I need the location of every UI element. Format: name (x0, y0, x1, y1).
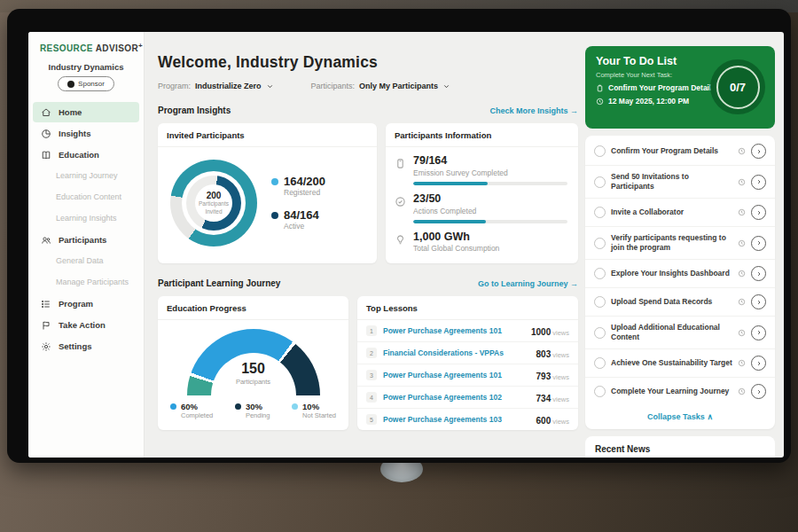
lesson-row: 2 Financial Considerations - VPPAs 803vi… (357, 342, 578, 364)
people-icon (41, 235, 51, 246)
legend-item-pending: 30% Pending (235, 402, 270, 419)
desk-background: RESOURCE ADVISOR+ Industry Dynamics Spon… (0, 0, 798, 532)
task-go-button[interactable] (751, 175, 766, 190)
home-icon (41, 107, 51, 118)
insights-cards-row: Invited Participants 200 Participants In… (158, 123, 578, 263)
task-go-button[interactable] (751, 144, 766, 159)
sidebar-item-general-data[interactable]: General Data (33, 251, 139, 271)
task-checkbox[interactable] (594, 357, 606, 369)
lesson-link[interactable]: Power Purchase Agreements 103 (383, 415, 530, 424)
legend-dot (292, 403, 298, 410)
lesson-rank: 2 (366, 348, 377, 358)
task-checkbox[interactable] (594, 207, 606, 218)
task-checkbox[interactable] (594, 386, 606, 397)
stat-label: Emission Survey Completed (413, 168, 567, 177)
clock-icon (738, 178, 746, 186)
views-suffix: views (552, 418, 569, 426)
legend-label: Registered (284, 188, 325, 197)
task-checkbox[interactable] (594, 238, 606, 249)
arrow-right-icon: → (570, 106, 578, 115)
go-to-learning-journey-link[interactable]: Go to Learning Journey → (478, 279, 578, 288)
sidebar-nav: Home Insights Education Learn (28, 102, 144, 356)
task-checkbox[interactable] (594, 145, 606, 157)
lesson-rank: 4 (366, 392, 377, 403)
progress-fill (413, 220, 486, 223)
sponsor-icon (67, 81, 74, 88)
sidebar-item-education[interactable]: Education (33, 145, 139, 165)
task-label: Upload Spend Data Records (611, 297, 732, 307)
task-go-button[interactable] (751, 384, 766, 399)
task-go-button[interactable] (751, 205, 766, 220)
legend-value: 30% (246, 402, 270, 411)
lesson-views: 1000 (531, 327, 551, 337)
sidebar-item-insights[interactable]: Insights (33, 123, 139, 144)
sidebar-item-home[interactable]: Home (33, 102, 139, 122)
task-go-button[interactable] (751, 325, 766, 340)
todo-progress-ring: 0/7 (710, 59, 765, 114)
task-go-button[interactable] (751, 356, 766, 371)
stat-value: 23/50 (413, 193, 567, 206)
sidebar-item-label: Settings (59, 341, 91, 351)
sidebar-item-learning-insights[interactable]: Learning Insights (33, 208, 139, 229)
task-label: Upload Additional Educational Content (611, 323, 732, 342)
survey-icon (395, 157, 406, 185)
task-checkbox[interactable] (594, 327, 606, 339)
card-title: Participants Information (386, 123, 578, 147)
todo-task-row: Send 50 Invitations to Participants (585, 166, 775, 199)
participants-filter[interactable]: Participants: Only My Participants (311, 82, 451, 90)
lightbulb-icon (395, 233, 406, 254)
stat-row-survey: 79/164 Emission Survey Completed (395, 155, 567, 185)
sidebar-item-participants[interactable]: Participants (33, 230, 139, 250)
lesson-link[interactable]: Power Purchase Agreements 101 (383, 326, 525, 335)
recent-news-title: Recent News (595, 444, 765, 454)
gauge-center: 150 Participants (187, 361, 320, 386)
task-checkbox[interactable] (594, 176, 606, 188)
clock-icon (738, 239, 746, 247)
legend-value: 60% (181, 402, 213, 411)
task-go-button[interactable] (751, 266, 766, 281)
task-checkbox[interactable] (594, 296, 606, 308)
collapse-tasks-link[interactable]: Collapse Tasks ∧ (585, 405, 775, 427)
gauge-center-label: Participants (187, 378, 320, 386)
chevron-right-icon (755, 148, 763, 155)
sidebar-item-settings[interactable]: Settings (33, 336, 139, 356)
todo-task-row: Invite a Collaborator (585, 199, 775, 227)
legend-item-active: 84/164 Active (271, 209, 325, 231)
task-go-button[interactable] (751, 236, 766, 251)
program-filter[interactable]: Program: Industrialize Zero (158, 82, 274, 90)
sidebar-item-manage-participants[interactable]: Manage Participants (33, 272, 139, 293)
chevron-right-icon (755, 388, 763, 395)
task-go-button[interactable] (751, 294, 766, 309)
sidebar-item-education-content[interactable]: Education Content (33, 187, 139, 207)
views-suffix: views (552, 329, 569, 337)
filter-bar: Program: Industrialize Zero Participants… (158, 82, 578, 90)
task-checkbox[interactable] (594, 268, 606, 279)
sidebar-item-program[interactable]: Program (33, 293, 139, 314)
lesson-link[interactable]: Financial Considerations - VPPAs (383, 348, 530, 357)
lesson-views: 793 (536, 372, 552, 381)
sidebar-item-learning-journey[interactable]: Learning Journey (33, 166, 139, 186)
lesson-link[interactable]: Power Purchase Agreements 101 (383, 371, 530, 379)
chevron-down-icon (266, 82, 274, 90)
gear-icon (41, 341, 51, 352)
todo-due-label: 12 May 2025, 12:00 PM (608, 97, 689, 106)
todo-progress-value: 0/7 (716, 66, 760, 109)
lesson-views: 600 (536, 416, 552, 426)
sponsor-badge-label: Sponsor (78, 80, 105, 88)
stat-row-consumption: 1,000 GWh Total Global Consumption (395, 231, 567, 254)
task-label: Explore Your Insights Dashboard (611, 269, 732, 278)
check-more-insights-link[interactable]: Check More Insights → (489, 106, 578, 115)
donut-center: 200 Participants Invited (195, 184, 232, 222)
recent-news-card: Recent News (585, 436, 775, 458)
invited-donut-chart: 200 Participants Invited (170, 160, 257, 246)
education-legend: 60% Completed 30% Pending (158, 396, 348, 419)
learning-journey-header: Participant Learning Journey Go to Learn… (158, 278, 578, 288)
sidebar-item-label: Take Action (59, 320, 106, 330)
logo-plus: + (138, 42, 143, 50)
sidebar-item-take-action[interactable]: Take Action (33, 315, 139, 335)
progress-fill (413, 182, 488, 185)
education-gauge-chart: 150 Participants (187, 329, 320, 396)
invited-card-body: 200 Participants Invited 164/200 Registe (158, 147, 377, 246)
section-title: Participant Learning Journey (158, 278, 280, 288)
lesson-link[interactable]: Power Purchase Agreements 102 (383, 393, 530, 402)
